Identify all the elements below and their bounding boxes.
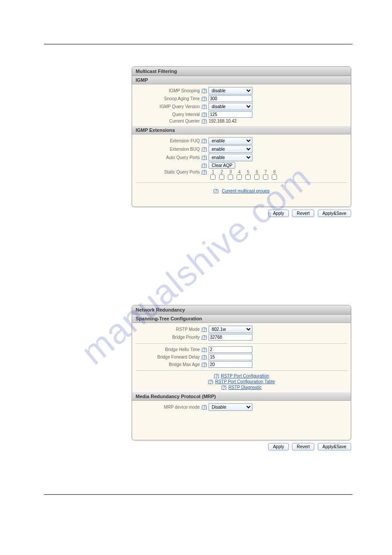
- help-icon[interactable]: (?): [201, 96, 207, 101]
- port-num: 2: [220, 170, 223, 174]
- current-querier-value: 192.168.10.42: [209, 119, 237, 123]
- inner-divider: [136, 343, 347, 344]
- inner-divider: [136, 182, 347, 183]
- rstp-port-config-table-link[interactable]: RSTP Port Configuration Table: [215, 379, 275, 384]
- help-icon[interactable]: (?): [201, 347, 207, 352]
- rstp-port-config-link[interactable]: RSTP Port Configuration: [221, 374, 269, 378]
- bridge-maxage-input[interactable]: [209, 361, 252, 368]
- help-icon[interactable]: (?): [201, 335, 207, 340]
- help-icon[interactable]: (?): [201, 147, 207, 152]
- redundancy-title: Network Redundancy: [132, 305, 351, 315]
- help-icon[interactable]: (?): [213, 189, 219, 193]
- apply-save-button[interactable]: Apply&Save: [318, 443, 351, 450]
- snoop-aging-input[interactable]: [209, 95, 252, 102]
- port-4-checkbox[interactable]: [237, 174, 242, 180]
- spanning-tree-title: Spanning-Tree Configuration: [132, 315, 351, 323]
- help-icon[interactable]: (?): [201, 362, 207, 367]
- igmp-section-title: IGMP: [132, 76, 351, 84]
- bridge-maxage-label: Bridge Max Age: [136, 362, 201, 367]
- port-num: 3: [229, 170, 232, 174]
- help-icon[interactable]: (?): [201, 163, 207, 168]
- clear-aqp-button[interactable]: Clear AQP: [209, 162, 235, 169]
- port-num: 6: [255, 170, 258, 174]
- rstp-mode-label: RSTP Mode: [136, 327, 201, 332]
- igmp-snooping-select[interactable]: disable: [209, 87, 252, 94]
- query-interval-input[interactable]: [209, 111, 252, 118]
- redundancy-panel-wrap: Network Redundancy Spanning-Tree Configu…: [132, 305, 351, 450]
- current-querier-label: Current Querier: [136, 119, 201, 123]
- current-multicast-link[interactable]: Current multicast groups: [222, 189, 270, 193]
- mrp-section-title: Media Redundancy Protocol (MRP): [132, 392, 351, 401]
- help-icon[interactable]: (?): [201, 112, 207, 117]
- auto-query-select[interactable]: enable: [209, 154, 252, 161]
- bridge-priority-label: Bridge Priority: [136, 335, 201, 340]
- port-7-checkbox[interactable]: [263, 174, 268, 180]
- ext-fuq-select[interactable]: enable: [209, 137, 252, 145]
- bridge-forward-input[interactable]: [209, 354, 252, 360]
- port-num: 1: [212, 170, 214, 174]
- rstp-diagnostic-link[interactable]: RSTP Diagnostic: [228, 385, 262, 390]
- mrp-mode-select[interactable]: Disable: [209, 403, 252, 411]
- help-icon[interactable]: (?): [201, 355, 207, 359]
- inner-divider: [136, 370, 347, 371]
- revert-button[interactable]: Revert: [292, 210, 314, 217]
- apply-button[interactable]: Apply: [268, 210, 289, 217]
- help-icon[interactable]: (?): [201, 155, 207, 160]
- help-icon[interactable]: (?): [201, 170, 207, 174]
- top-divider: [44, 44, 352, 44]
- port-num: 7: [264, 170, 267, 174]
- help-icon[interactable]: (?): [201, 88, 207, 93]
- igmp-query-version-label: IGMP Query Version: [136, 104, 201, 109]
- port-6-checkbox[interactable]: [254, 174, 259, 180]
- port-num: 4: [238, 170, 241, 174]
- revert-button[interactable]: Revert: [292, 443, 314, 450]
- help-icon[interactable]: (?): [201, 104, 207, 109]
- ext-buq-label: Extension BUQ: [136, 147, 201, 152]
- auto-query-label: Auto Query Ports: [136, 155, 201, 160]
- rstp-mode-select[interactable]: 802.1w: [209, 326, 252, 333]
- port-2-checkbox[interactable]: [219, 174, 224, 180]
- help-icon[interactable]: (?): [214, 374, 219, 378]
- mrp-mode-label: MRP device mode: [136, 405, 201, 410]
- help-icon[interactable]: (?): [201, 138, 207, 143]
- port-5-checkbox[interactable]: [245, 174, 251, 180]
- port-1-checkbox[interactable]: [210, 174, 216, 180]
- port-8-checkbox[interactable]: [272, 174, 277, 180]
- igmp-ext-section-title: IGMP Extensions: [132, 126, 351, 134]
- bridge-forward-label: Bridge Forward Delay: [136, 355, 201, 359]
- static-query-label: Static Query Ports: [136, 170, 201, 174]
- multicast-panel-wrap: Multicast Filtering IGMP IGMP Snooping (…: [132, 66, 351, 217]
- bottom-divider: [44, 494, 352, 495]
- ext-fuq-label: Extension FUQ: [136, 138, 201, 143]
- help-icon[interactable]: (?): [201, 119, 207, 123]
- igmp-snooping-label: IGMP Snooping: [136, 88, 201, 93]
- bridge-hello-label: Bridge Hello Time: [136, 347, 201, 352]
- port-num: 8: [273, 170, 276, 174]
- ext-buq-select[interactable]: enable: [209, 145, 252, 153]
- query-interval-label: Query Interval: [136, 112, 201, 117]
- bridge-priority-input[interactable]: [209, 334, 252, 341]
- igmp-query-version-select[interactable]: disable: [209, 103, 252, 110]
- help-icon[interactable]: (?): [201, 327, 207, 332]
- snoop-aging-label: Snoop Aging Time: [136, 96, 201, 101]
- apply-button[interactable]: Apply: [268, 443, 289, 450]
- help-icon[interactable]: (?): [201, 405, 207, 410]
- port-3-checkbox[interactable]: [228, 174, 233, 180]
- apply-save-button[interactable]: Apply&Save: [318, 210, 351, 217]
- help-icon[interactable]: (?): [208, 379, 213, 384]
- bridge-hello-input[interactable]: [209, 346, 252, 353]
- help-icon[interactable]: (?): [221, 385, 227, 390]
- port-num: 5: [247, 170, 249, 174]
- multicast-title: Multicast Filtering: [132, 67, 351, 76]
